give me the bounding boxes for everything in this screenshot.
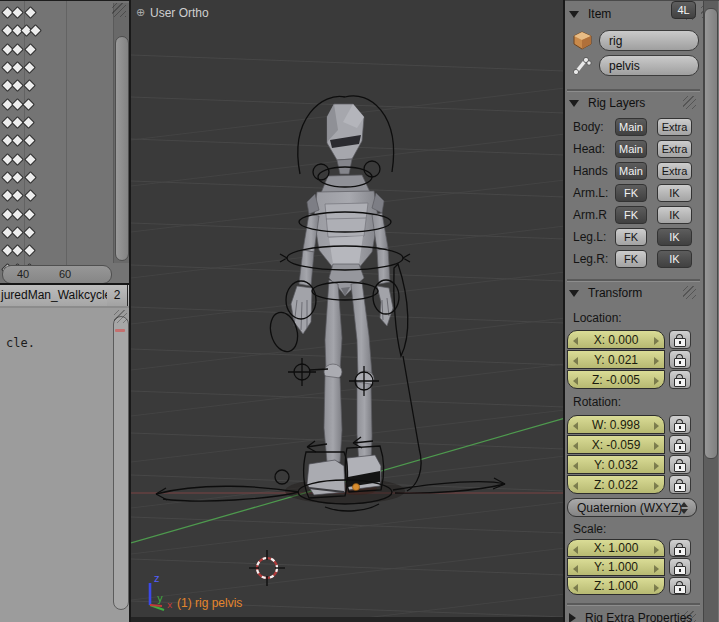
lock-button-x[interactable]	[669, 330, 691, 349]
lock-button-x[interactable]	[669, 539, 691, 557]
panel-header-transform[interactable]: Transform	[569, 285, 642, 301]
decrement-arrow-icon[interactable]	[573, 462, 578, 470]
increment-arrow-icon[interactable]	[654, 584, 659, 592]
rig-layer-toggle-ik[interactable]: IK	[657, 250, 692, 268]
rig-layer-toggle-ik[interactable]: IK	[657, 206, 692, 224]
dopesheet-hscrollbar[interactable]: 4060	[2, 265, 112, 284]
rig-layer-toggle-ik[interactable]: IK	[657, 184, 692, 202]
keyframe-diamond[interactable]	[11, 43, 24, 56]
rig-layer-toggle-fk[interactable]: FK	[615, 228, 647, 246]
knee-control-left[interactable]	[288, 358, 328, 386]
value-field-w[interactable]: W: 0.998	[567, 415, 665, 434]
keyframe-diamond[interactable]	[11, 134, 24, 147]
area-resize-grip[interactable]	[114, 310, 127, 323]
lock-button-z[interactable]	[669, 475, 691, 494]
decrement-arrow-icon[interactable]	[573, 377, 578, 385]
knee-control-right[interactable]	[349, 366, 379, 396]
value-field-z[interactable]: Z: -0.005	[567, 370, 665, 389]
decrement-arrow-icon[interactable]	[573, 357, 578, 365]
value-field-x[interactable]: X: 1.000	[567, 539, 665, 557]
selected-bone-tip[interactable]	[353, 484, 360, 491]
keyframe-diamond[interactable]	[11, 61, 24, 74]
keyframe-diamond[interactable]	[24, 6, 37, 19]
lock-button-y[interactable]	[669, 558, 691, 576]
increment-arrow-icon[interactable]	[654, 422, 659, 430]
panel-drag-grip[interactable]	[683, 96, 696, 109]
decrement-arrow-icon[interactable]	[573, 442, 578, 450]
increment-arrow-icon[interactable]	[654, 546, 659, 554]
rig-layer-toggle-fk[interactable]: FK	[615, 250, 647, 268]
value-field-y[interactable]: Y: 0.021	[567, 350, 665, 369]
increment-arrow-icon[interactable]	[654, 442, 659, 450]
rig-layer-toggle-fk[interactable]: FK	[615, 206, 647, 224]
keyframe-diamond[interactable]	[29, 24, 42, 37]
value-field-y[interactable]: Y: 1.000	[567, 558, 665, 576]
increment-arrow-icon[interactable]	[654, 482, 659, 490]
keyframe-diamond[interactable]	[24, 43, 37, 56]
value-text: Y: 1.000	[594, 560, 638, 574]
keyframe-diamond[interactable]	[11, 226, 24, 239]
keyframe-diamond[interactable]	[24, 171, 37, 184]
rotation-mode-dropdown[interactable]: Quaternion (WXYZ)	[567, 498, 697, 517]
panel-header-rig-layers[interactable]: Rig Layers	[569, 95, 645, 111]
action-users-count-button[interactable]: 2	[107, 285, 128, 306]
action-name-field[interactable]: juredMan_Walkcycle	[0, 285, 108, 306]
lock-button-z[interactable]	[669, 577, 691, 595]
decrement-arrow-icon[interactable]	[573, 482, 578, 490]
text-editor-area[interactable]: cle.	[0, 308, 131, 622]
rig-layer-toggle-extra[interactable]: Extra	[657, 162, 692, 180]
panel-scrollbar-thumb[interactable]	[704, 8, 718, 459]
object-name-field[interactable]: rig	[599, 30, 699, 51]
keyframe-diamond[interactable]	[24, 153, 37, 166]
increment-arrow-icon[interactable]	[654, 377, 659, 385]
keyframe-diamond[interactable]	[11, 153, 24, 166]
rig-layer-toggle-extra[interactable]: Extra	[657, 118, 692, 136]
viewport-3d[interactable]: z y x ⊕ User Ortho (1) rig pelvis	[131, 0, 565, 622]
rig-layer-toggle-fk[interactable]: FK	[615, 184, 647, 202]
panel-drag-grip[interactable]	[683, 611, 696, 622]
dopesheet-vscrollbar-thumb[interactable]	[115, 36, 129, 261]
increment-arrow-icon[interactable]	[654, 357, 659, 365]
keyframe-diamond[interactable]	[11, 244, 24, 257]
keyframe-diamond[interactable]	[11, 6, 24, 19]
lock-button-w[interactable]	[669, 415, 691, 434]
rotation-4l-button[interactable]: 4L	[671, 1, 696, 19]
keyframe-diamond[interactable]	[11, 189, 24, 202]
panel-drag-grip[interactable]	[683, 286, 696, 299]
value-field-x[interactable]: X: 0.000	[567, 330, 665, 349]
decrement-arrow-icon[interactable]	[573, 565, 578, 573]
panel-header-rig-extra-properties[interactable]: Rig Extra Properties	[569, 610, 692, 622]
lock-button-z[interactable]	[669, 370, 691, 389]
keyframe-diamond[interactable]	[24, 189, 37, 202]
increment-arrow-icon[interactable]	[654, 462, 659, 470]
cursor-3d	[249, 550, 285, 586]
value-field-y[interactable]: Y: 0.032	[567, 455, 665, 474]
rig-layer-toggle-main[interactable]: Main	[615, 118, 647, 136]
text-scrollbar-thumb[interactable]	[113, 316, 129, 610]
value-text: Z: 1.000	[594, 579, 638, 593]
rig-layer-toggle-main[interactable]: Main	[615, 162, 647, 180]
area-resize-grip[interactable]	[112, 3, 126, 17]
panel-header-item[interactable]: Item	[569, 6, 611, 22]
lock-button-x[interactable]	[669, 435, 691, 454]
rig-layer-toggle-ik[interactable]: IK	[657, 228, 692, 246]
rig-layer-toggle-extra[interactable]: Extra	[657, 140, 692, 158]
decrement-arrow-icon[interactable]	[573, 546, 578, 554]
keyframe-diamond[interactable]	[11, 208, 24, 221]
value-text: X: 1.000	[594, 541, 639, 555]
increment-arrow-icon[interactable]	[654, 337, 659, 345]
increment-arrow-icon[interactable]	[654, 565, 659, 573]
lock-button-y[interactable]	[669, 350, 691, 369]
value-field-x[interactable]: X: -0.059	[567, 435, 665, 454]
decrement-arrow-icon[interactable]	[573, 422, 578, 430]
decrement-arrow-icon[interactable]	[573, 337, 578, 345]
value-field-z[interactable]: Z: 1.000	[567, 577, 665, 595]
value-field-z[interactable]: Z: 0.022	[567, 475, 665, 494]
lock-button-y[interactable]	[669, 455, 691, 474]
dope-sheet-area[interactable]: 4060	[0, 0, 131, 284]
bone-name-field[interactable]: pelvis	[599, 55, 699, 76]
keyframe-diamond[interactable]	[11, 171, 24, 184]
keyframe-diamond[interactable]	[11, 79, 24, 92]
decrement-arrow-icon[interactable]	[573, 584, 578, 592]
rig-layer-toggle-main[interactable]: Main	[615, 140, 647, 158]
